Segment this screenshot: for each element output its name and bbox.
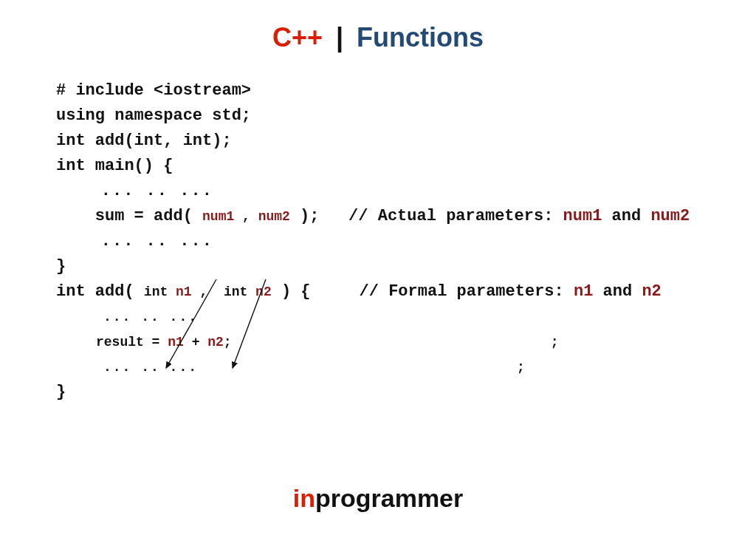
comment-n2: n2: [642, 282, 661, 301]
code-line: # include <iostream>: [56, 78, 721, 103]
code-line-result: result = n1 + n2; ;: [56, 330, 721, 355]
code-line-ellipsis: ... .. ...: [56, 229, 721, 254]
code-line: using namespace std;: [56, 103, 721, 129]
code-frag: result =: [56, 335, 168, 350]
title-subject: Functions: [357, 22, 484, 52]
title-cpp: C++: [272, 22, 323, 52]
code-line-def: int add( int n1 , int n2 ) { // Formal p…: [56, 279, 721, 304]
code-frag: ,: [192, 284, 224, 299]
footer-brand: inprogrammer: [0, 484, 756, 513]
formal-param-n2: n2: [255, 284, 272, 299]
code-line-ellipsis: ... .. ...: [56, 304, 721, 330]
document-title: C++ | Functions: [0, 0, 756, 53]
code-line-brace-close: }: [56, 254, 721, 279]
brand-suffix: programmer: [315, 484, 463, 512]
trailing-semicolon: ;: [517, 360, 525, 375]
code-frag: sum = add(: [56, 207, 202, 225]
formal-int1: int: [144, 284, 176, 299]
code-line-ellipsis: ... .. ...: [56, 179, 721, 204]
code-line-ellipsis: ... .. ... ;: [56, 355, 721, 380]
expr-n2: n2: [207, 335, 224, 350]
code-line-main-open: int main() {: [56, 154, 721, 179]
trailing-semicolon: ;: [551, 335, 559, 350]
actual-param-num2: num2: [258, 209, 290, 224]
brand-prefix: in: [293, 484, 315, 512]
code-block: # include <iostream> using namespace std…: [56, 78, 721, 405]
code-frag: +: [184, 335, 207, 350]
actual-param-num1: num1: [202, 209, 234, 224]
code-frag: int add(: [56, 282, 144, 301]
code-frag: ;: [224, 335, 232, 350]
code-line-call: sum = add( num1 , num2 ); // Actual para…: [56, 204, 721, 229]
expr-n1: n1: [168, 335, 184, 350]
code-frag: ,: [234, 209, 258, 224]
code-line-brace-close: }: [56, 380, 721, 405]
code-frag: ... .. ...: [56, 360, 198, 375]
title-separator: |: [336, 22, 343, 52]
comment-actual: // Actual parameters:: [348, 207, 563, 225]
code-frag: );: [290, 207, 348, 225]
formal-int2: int: [224, 284, 255, 299]
code-pad: [198, 360, 517, 375]
comment-n1: n1: [574, 282, 593, 301]
code-pad: [232, 335, 551, 350]
comment-and: and: [593, 282, 642, 301]
comment-num2: num2: [650, 207, 690, 225]
code-frag: ) {: [272, 282, 360, 301]
code-line-prototype: int add(int, int);: [56, 129, 721, 154]
formal-param-n1: n1: [176, 284, 192, 299]
comment-num1: num1: [563, 207, 602, 225]
comment-formal: // Formal parameters:: [360, 282, 574, 301]
comment-and: and: [602, 207, 650, 225]
